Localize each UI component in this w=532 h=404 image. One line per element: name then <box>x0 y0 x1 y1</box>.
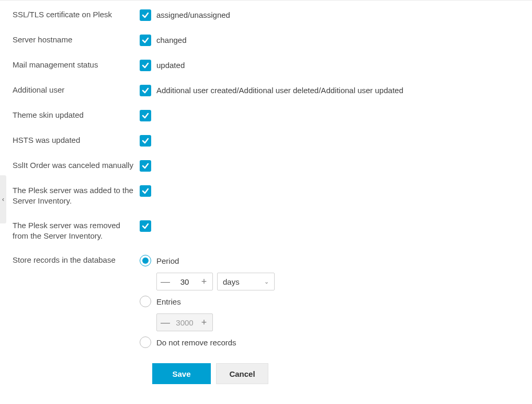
store-records-row: Store records in the database Period — +… <box>13 248 532 358</box>
check-icon <box>142 112 149 119</box>
setting-row: HSTS was updated <box>13 128 532 153</box>
checkbox-additional-user[interactable] <box>140 85 151 96</box>
setting-desc: Additional user created/Additional user … <box>156 85 403 96</box>
form-buttons: Save Cancel <box>13 358 532 384</box>
save-button[interactable]: Save <box>152 363 211 384</box>
checkbox-server-removed[interactable] <box>140 220 151 232</box>
setting-desc: updated <box>156 60 185 71</box>
checkbox-mail-status[interactable] <box>140 60 151 71</box>
entries-stepper: — + <box>156 313 213 331</box>
checkbox-hsts[interactable] <box>140 135 151 147</box>
entries-input <box>174 318 196 328</box>
setting-label: HSTS was updated <box>13 135 140 145</box>
setting-row: SslIt Order was canceled manually <box>13 153 532 178</box>
setting-desc: assigned/unassigned <box>156 9 230 21</box>
setting-desc: changed <box>156 35 187 46</box>
checkbox-hostname[interactable] <box>140 35 151 46</box>
setting-label: SSL/TLS certificate on Plesk <box>13 9 140 20</box>
setting-row: Mail management status updated <box>13 53 532 78</box>
radio-entries-label: Entries <box>156 297 181 306</box>
radio-noremove-label: Do not remove records <box>156 338 236 347</box>
setting-label: Server hostname <box>13 35 140 45</box>
period-increment[interactable]: + <box>196 273 212 290</box>
setting-label: SslIt Order was canceled manually <box>13 160 140 171</box>
checkbox-ssl-tls[interactable] <box>140 9 151 21</box>
sidebar-collapse-handle[interactable]: ‹ <box>0 175 6 223</box>
period-decrement[interactable]: — <box>157 273 174 290</box>
store-records-label: Store records in the database <box>13 255 140 265</box>
setting-row: The Plesk server was removed from the Se… <box>13 214 532 249</box>
check-icon <box>142 137 149 144</box>
radio-entries[interactable] <box>140 296 151 307</box>
setting-row: Server hostname changed <box>13 28 532 53</box>
setting-label: The Plesk server was added to the Server… <box>13 185 140 207</box>
checkbox-sslit-order[interactable] <box>140 160 151 172</box>
check-icon <box>142 187 149 195</box>
check-icon <box>142 162 149 170</box>
setting-label: Theme skin updated <box>13 110 140 120</box>
check-icon <box>142 87 149 94</box>
cancel-button[interactable]: Cancel <box>216 363 268 384</box>
period-unit-select[interactable]: days ⌄ <box>217 273 275 290</box>
setting-row: Theme skin updated <box>13 103 532 128</box>
radio-period[interactable] <box>140 255 151 266</box>
check-icon <box>142 222 149 230</box>
setting-label: Mail management status <box>13 60 140 70</box>
check-icon <box>142 37 149 44</box>
checkbox-server-added[interactable] <box>140 185 151 197</box>
period-unit-value: days <box>223 277 240 286</box>
chevron-down-icon: ⌄ <box>264 278 269 285</box>
chevron-left-icon: ‹ <box>2 196 4 203</box>
settings-form: SSL/TLS certificate on Plesk assigned/un… <box>0 1 532 384</box>
radio-noremove[interactable] <box>140 336 151 348</box>
check-icon <box>142 12 149 19</box>
setting-row: The Plesk server was added to the Server… <box>13 178 532 214</box>
period-stepper: — + <box>156 273 213 290</box>
period-input[interactable] <box>174 277 196 287</box>
setting-label: Additional user <box>13 85 140 95</box>
setting-label: The Plesk server was removed from the Se… <box>13 220 140 242</box>
setting-row: Additional user Additional user created/… <box>13 78 532 103</box>
entries-decrement: — <box>157 314 174 331</box>
setting-row: SSL/TLS certificate on Plesk assigned/un… <box>13 3 532 28</box>
entries-increment: + <box>196 314 212 331</box>
checkbox-theme-skin[interactable] <box>140 110 151 121</box>
check-icon <box>142 62 149 69</box>
radio-period-label: Period <box>156 256 179 265</box>
